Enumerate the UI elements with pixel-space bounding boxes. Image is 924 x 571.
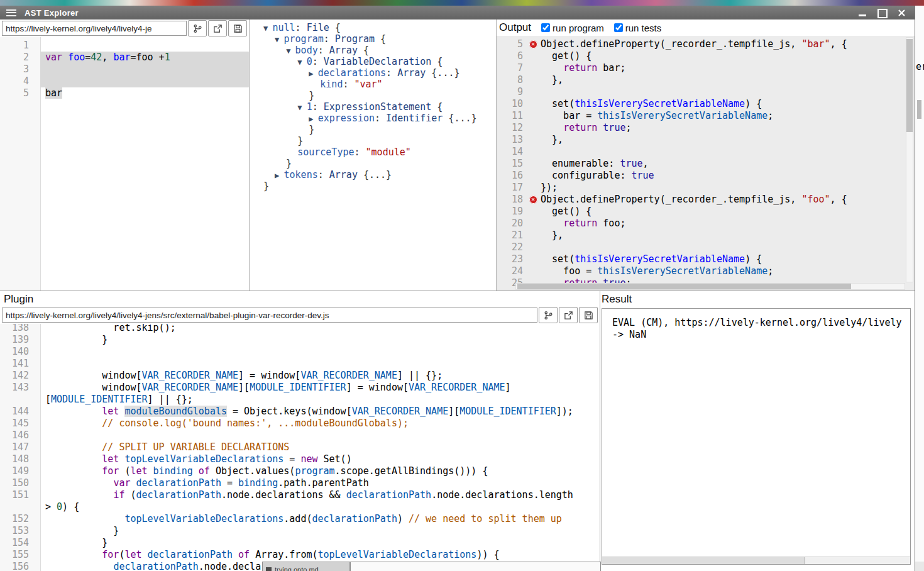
code-line[interactable]: 154 } bbox=[0, 537, 600, 549]
ast-node-line[interactable]: ▼ program: Program { bbox=[263, 33, 496, 45]
ast-node-line[interactable]: ▼ 0: VariableDeclaration { bbox=[263, 56, 496, 67]
code-line[interactable]: 138 ret.skip(); bbox=[0, 324, 600, 334]
ast-node-line[interactable]: } bbox=[263, 180, 496, 192]
error-icon[interactable]: ✕ bbox=[529, 40, 537, 48]
code-line[interactable]: 13 }, bbox=[497, 134, 915, 146]
code-line[interactable]: 24 foo = thisIsVererySecretVariableName; bbox=[497, 265, 915, 277]
code-line[interactable]: 148 let topLevelVariableDeclarations = n… bbox=[0, 453, 600, 465]
plugin-branch-button[interactable] bbox=[539, 307, 558, 323]
ast-node-line[interactable]: ▼ 1: ExpressionStatement { bbox=[263, 101, 496, 113]
code-line[interactable]: 142 window[VAR_RECORDER_NAME] = window[V… bbox=[0, 370, 600, 382]
code-line[interactable]: 143 window[VAR_RECORDER_NAME][MODULE_IDE… bbox=[0, 382, 600, 394]
code-line[interactable]: 150 var declarationPath = binding.path.p… bbox=[0, 477, 600, 489]
window-menu-button[interactable] bbox=[6, 9, 16, 16]
run-program-checkbox[interactable] bbox=[541, 23, 550, 32]
ast-node-line[interactable]: kind: "var" bbox=[263, 79, 496, 90]
code-line[interactable]: > 0) { bbox=[0, 501, 600, 513]
code-line[interactable]: 141 bbox=[0, 358, 600, 370]
tree-toggle-icon[interactable]: ▶ bbox=[309, 114, 317, 123]
code-line[interactable]: 153 } bbox=[0, 525, 600, 537]
save-icon bbox=[233, 24, 243, 33]
source-url-input[interactable] bbox=[2, 21, 187, 36]
code-line[interactable]: 8 }, bbox=[497, 74, 915, 86]
code-line[interactable]: 139 } bbox=[0, 334, 600, 346]
tree-toggle-icon[interactable]: ▼ bbox=[297, 58, 306, 67]
code-line[interactable]: 152 topLevelVariableDeclarations.add(dec… bbox=[0, 513, 600, 525]
ast-node-line[interactable]: } bbox=[263, 90, 496, 101]
ast-node-line[interactable]: ▶ expression: Identifier {...} bbox=[263, 113, 496, 124]
code-line[interactable]: 5✕Object.defineProperty(_recorder_.tempf… bbox=[497, 38, 915, 50]
scrollbar-thumb[interactable] bbox=[517, 284, 851, 289]
tree-toggle-icon[interactable]: ▼ bbox=[263, 24, 272, 33]
ast-node-line[interactable]: ▼ null: File { bbox=[263, 22, 496, 33]
code-line[interactable]: 15 enumerable: true, bbox=[497, 158, 915, 170]
code-line[interactable]: 23 set(thisIsVererySecretVariableName) { bbox=[497, 253, 915, 265]
run-tests-checkbox[interactable] bbox=[614, 23, 623, 32]
code-token: : bbox=[386, 67, 397, 79]
plugin-url-input[interactable] bbox=[2, 308, 537, 323]
plugin-editor[interactable]: 138 ret.skip();139 }140141142 window[VAR… bbox=[0, 324, 600, 571]
minimize-button[interactable] bbox=[858, 9, 867, 16]
code-line[interactable]: 4 bbox=[0, 75, 249, 87]
code-line[interactable]: 16 configurable: true bbox=[497, 170, 915, 182]
code-line[interactable]: 21 }, bbox=[497, 230, 915, 241]
result-horizontal-scrollbar[interactable] bbox=[602, 557, 910, 564]
close-button[interactable] bbox=[897, 9, 906, 16]
code-line[interactable]: 19 get() { bbox=[497, 206, 915, 218]
ast-node-line[interactable]: } bbox=[263, 135, 496, 147]
ast-node-line[interactable]: ▶ tokens: Array {...} bbox=[263, 169, 496, 180]
plugin-open-external-button[interactable] bbox=[559, 307, 578, 323]
plugin-save-button[interactable] bbox=[579, 307, 598, 323]
ast-node-line[interactable]: ▶ declarations: Array {...} bbox=[263, 67, 496, 79]
code-line[interactable]: 151 if (declarationPath.node.declaration… bbox=[0, 489, 600, 501]
output-editor[interactable]: 5✕Object.defineProperty(_recorder_.tempf… bbox=[497, 36, 915, 291]
code-line[interactable]: 10 set(thisIsVererySecretVariableName) { bbox=[497, 98, 915, 110]
code-line[interactable]: 18✕Object.defineProperty(_recorder_.temp… bbox=[497, 194, 915, 206]
code-line[interactable]: 144 let moduleBoundGlobals = Object.keys… bbox=[0, 406, 600, 418]
code-line[interactable]: 6 get() { bbox=[497, 50, 915, 62]
run-tests-label: run tests bbox=[625, 23, 662, 33]
scrollbar-thumb[interactable] bbox=[602, 557, 805, 564]
source-open-external-button[interactable] bbox=[208, 20, 227, 36]
code-line[interactable]: 17}); bbox=[497, 182, 915, 194]
code-line[interactable]: 20 return foo; bbox=[497, 218, 915, 230]
code-line[interactable]: 2var foo=42, bar=foo +1 bbox=[0, 52, 249, 64]
output-vertical-scrollbar[interactable] bbox=[906, 37, 913, 282]
line-number: 149 bbox=[0, 465, 40, 477]
tree-toggle-icon[interactable]: ▼ bbox=[297, 103, 306, 112]
source-editor[interactable]: 12var foo=42, bar=foo +1345bar bbox=[0, 37, 249, 291]
tree-toggle-icon[interactable]: ▼ bbox=[275, 35, 283, 44]
code-line[interactable]: 7 return bar; bbox=[497, 62, 915, 74]
tree-toggle-icon[interactable]: ▶ bbox=[309, 69, 317, 78]
source-branch-button[interactable] bbox=[188, 20, 207, 36]
code-line[interactable]: 145 // console.log('bound names:', ...mo… bbox=[0, 418, 600, 430]
code-line[interactable]: 5bar bbox=[0, 87, 249, 99]
source-save-button[interactable] bbox=[228, 20, 247, 36]
maximize-button[interactable] bbox=[877, 9, 886, 16]
tree-toggle-icon[interactable]: ▼ bbox=[286, 47, 295, 55]
code-line[interactable]: 155 for(let declarationPath of Array.fro… bbox=[0, 549, 600, 561]
scrollbar-thumb[interactable] bbox=[906, 39, 913, 132]
code-line[interactable]: 12 return true; bbox=[497, 122, 915, 134]
code-line[interactable]: 149 for (let binding of Object.values(pr… bbox=[0, 465, 600, 477]
ast-node-line[interactable]: } bbox=[263, 158, 496, 169]
tree-toggle-icon[interactable]: ▶ bbox=[275, 171, 283, 180]
code-line[interactable]: 3 bbox=[0, 64, 249, 75]
output-horizontal-scrollbar[interactable] bbox=[515, 283, 905, 290]
code-line[interactable]: 22 bbox=[497, 241, 915, 253]
code-line[interactable]: 9 bbox=[497, 86, 915, 98]
line-number: 2 bbox=[0, 52, 40, 64]
code-line[interactable]: 11 bar = thisIsVererySecretVariableName; bbox=[497, 110, 915, 122]
code-line[interactable]: 147 // SPLIT UP VARIABLE DECLARATIONS bbox=[0, 441, 600, 453]
line-number: 147 bbox=[0, 441, 40, 453]
code-line[interactable]: 146 bbox=[0, 430, 600, 441]
ast-tree[interactable]: ▼ null: File { ▼ program: Program { ▼ bo… bbox=[250, 19, 497, 291]
ast-node-line[interactable]: sourceType: "module" bbox=[263, 147, 496, 158]
code-line[interactable]: 14 bbox=[497, 146, 915, 158]
ast-node-line[interactable]: ▼ body: Array { bbox=[263, 45, 496, 56]
error-icon[interactable]: ✕ bbox=[529, 196, 537, 204]
code-line[interactable]: [MODULE_IDENTIFIER] || {}; bbox=[0, 394, 600, 406]
code-line[interactable]: 1 bbox=[0, 40, 249, 52]
code-line[interactable]: 140 bbox=[0, 346, 600, 358]
ast-node-line[interactable]: } bbox=[263, 124, 496, 135]
